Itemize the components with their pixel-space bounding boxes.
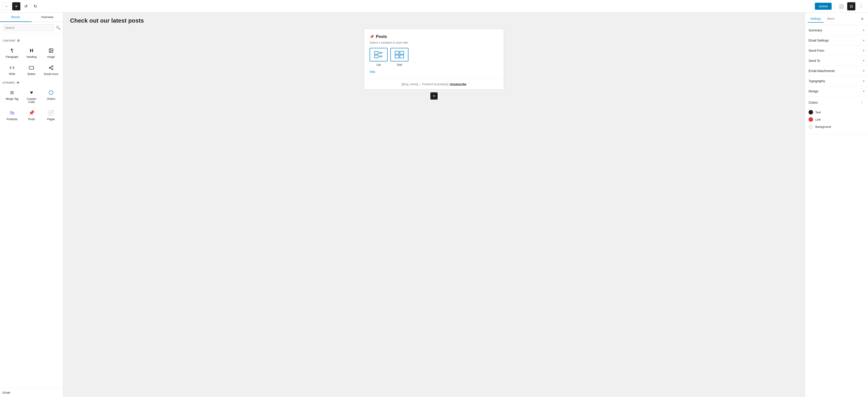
topbar-right: Update ⬜ ⊟ ⋮: [815, 2, 865, 10]
coupon-code-icon: ♥: [28, 89, 35, 96]
pages-label: Pages: [47, 118, 55, 121]
update-button[interactable]: Update: [815, 3, 832, 10]
panel-content: Summary ▾ Email Settings ▾ Send From ▾ S…: [805, 25, 868, 397]
accordion-email-settings: Email Settings ▾: [805, 35, 868, 45]
accordion-typography: Typography ▾: [805, 76, 868, 86]
products-label: Products: [6, 118, 17, 121]
posts-variations: List Grid: [370, 48, 498, 66]
block-raw[interactable]: RAW: [3, 62, 21, 78]
tab-blocks[interactable]: Blocks: [0, 13, 32, 22]
color-row-background: Background: [809, 123, 864, 130]
merge-tag-label: Merge Tag: [6, 97, 18, 100]
color-row-text: Text: [809, 109, 864, 116]
footer-text: [[blog_name]] — Powered by [[noptin]] |: [402, 82, 450, 86]
skip-link[interactable]: Skip: [370, 70, 375, 73]
background-color-swatch[interactable]: [809, 125, 813, 129]
content-section-header: CONTENT ⚙: [3, 39, 60, 42]
svg-rect-20: [400, 55, 404, 58]
topbar-divider: [834, 3, 835, 9]
heading-label: Heading: [26, 55, 37, 59]
svg-line-6: [51, 68, 52, 69]
design-chevron-icon: ▾: [863, 90, 864, 93]
svg-rect-2: [29, 66, 34, 69]
svg-rect-18: [400, 51, 404, 54]
colors-more-button[interactable]: ⋮: [860, 100, 864, 105]
accordion-colors-header[interactable]: Colors ⋮: [805, 96, 868, 109]
svg-rect-14: [375, 55, 378, 58]
svg-point-5: [52, 69, 53, 70]
accordion-design-header[interactable]: Design ▾: [805, 86, 868, 96]
svg-line-7: [51, 67, 52, 68]
link-color-label: Link: [815, 118, 821, 121]
accordion-email-settings-header[interactable]: Email Settings ▾: [805, 35, 868, 45]
svg-point-1: [50, 49, 51, 50]
design-label: Design: [809, 90, 818, 93]
svg-rect-17: [395, 51, 399, 54]
back-button[interactable]: ←: [3, 2, 11, 10]
accordion-send-to-header[interactable]: Send To ▾: [805, 56, 868, 66]
send-to-label: Send To: [809, 59, 820, 63]
unsubscribe-link[interactable]: Unsubscribe: [450, 82, 467, 86]
settings-icon: ⊟: [850, 4, 853, 9]
raw-icon: [8, 64, 16, 71]
accordion-typography-header[interactable]: Typography ▾: [805, 76, 868, 86]
variation-grid-box: [391, 48, 408, 61]
search-icon: 🔍: [56, 26, 60, 30]
accordion-send-from-header[interactable]: Send From ▾: [805, 45, 868, 56]
posts-pin-icon: 📌: [370, 35, 374, 39]
email-settings-chevron-icon: ▾: [863, 39, 864, 42]
block-heading[interactable]: H Heading: [22, 45, 41, 61]
search-bar: 🔍: [0, 22, 63, 33]
desktop-preview-button[interactable]: ⬜: [837, 2, 845, 10]
send-to-chevron-icon: ▾: [863, 59, 864, 62]
posts-email-block: 📌 Posts Select a variation to start with…: [364, 29, 504, 90]
block-image[interactable]: Image: [42, 45, 60, 61]
search-input[interactable]: [3, 24, 54, 31]
email-label: Email: [3, 391, 10, 394]
block-coupon-code[interactable]: ♥ Coupon Code: [22, 87, 41, 106]
block-merge-tag[interactable]: [/] Merge Tag: [3, 87, 21, 106]
variation-grid[interactable]: Grid: [391, 48, 408, 66]
sidebar-tabs: Blocks Overview: [0, 13, 63, 22]
svg-point-4: [49, 67, 51, 68]
pages-icon: 📄: [48, 109, 55, 116]
raw-label: RAW: [9, 72, 15, 76]
sidebar-bottom: Email: [0, 388, 63, 397]
content-blocks-grid: ¶ Paragraph H Heading Image: [3, 45, 60, 78]
settings-button[interactable]: ⊟: [847, 2, 855, 10]
add-block-canvas-button[interactable]: +: [430, 92, 438, 100]
block-button[interactable]: Button: [22, 62, 41, 78]
email-footer: [[blog_name]] — Powered by [[noptin]] | …: [364, 79, 504, 90]
tab-overview[interactable]: Overview: [32, 13, 63, 22]
color-row-link: Link: [809, 116, 864, 123]
block-posts[interactable]: 📌 Posts: [22, 107, 41, 123]
link-color-swatch[interactable]: [809, 117, 813, 122]
button-label: Button: [28, 72, 35, 76]
block-social-icons[interactable]: Social Icons: [42, 62, 60, 78]
block-orders[interactable]: Orders: [42, 87, 60, 106]
tab-settings[interactable]: Settings: [808, 15, 824, 23]
add-icon: +: [15, 3, 18, 9]
text-color-swatch[interactable]: [809, 110, 813, 114]
send-from-chevron-icon: ▾: [863, 49, 864, 52]
undo-button[interactable]: ↺: [22, 2, 30, 10]
close-panel-button[interactable]: ✕: [859, 16, 865, 22]
redo-button[interactable]: ↻: [31, 2, 39, 10]
variation-list[interactable]: List: [370, 48, 388, 66]
block-paragraph[interactable]: ¶ Paragraph: [3, 45, 21, 61]
right-panel-header: Settings Block ✕: [805, 13, 868, 25]
posts-block-header: 📌 Posts: [370, 34, 498, 39]
accordion-email-attachments-header[interactable]: Email Attachments ▾: [805, 66, 868, 76]
background-color-label: Background: [815, 125, 831, 129]
block-products[interactable]: 🛍 Products: [3, 107, 21, 123]
block-pages[interactable]: 📄 Pages: [42, 107, 60, 123]
accordion-summary-header[interactable]: Summary ▾: [805, 25, 868, 35]
more-options-button[interactable]: ⋮: [857, 2, 865, 10]
accordion-colors: Colors ⋮ Text Link Background: [805, 96, 868, 134]
posts-block-content: 📌 Posts Select a variation to start with…: [364, 29, 504, 79]
send-from-label: Send From: [809, 49, 824, 53]
accordion-summary: Summary ▾: [805, 25, 868, 35]
tab-block[interactable]: Block: [825, 15, 837, 23]
add-block-button[interactable]: +: [12, 2, 20, 10]
summary-label: Summary: [809, 29, 822, 32]
